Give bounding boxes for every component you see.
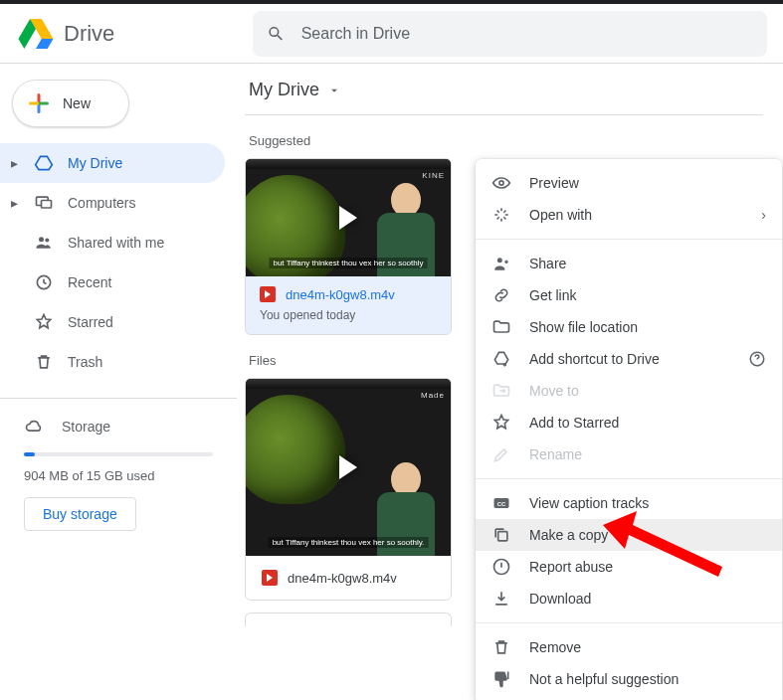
- star-icon: [32, 310, 56, 334]
- dropdown-caret-icon: [327, 84, 341, 97]
- buy-storage-button[interactable]: Buy storage: [24, 497, 136, 531]
- link-icon: [491, 285, 511, 305]
- ctx-show-location[interactable]: Show file location: [476, 311, 782, 343]
- sidebar-item-shared[interactable]: ▸ Shared with me: [0, 223, 225, 262]
- drive-shortcut-icon: [491, 349, 511, 369]
- sidebar-item-label: My Drive: [68, 155, 122, 171]
- breadcrumb-title: My Drive: [249, 80, 319, 100]
- new-button-label: New: [63, 95, 91, 111]
- storage-label: Storage: [62, 419, 110, 435]
- help-icon[interactable]: [748, 350, 766, 368]
- watermark: Made: [421, 391, 445, 400]
- app-header: Drive: [0, 4, 783, 64]
- pencil-icon: [491, 444, 511, 464]
- ctx-not-helpful[interactable]: Not a helpful suggestion: [476, 663, 782, 695]
- file-card-partial[interactable]: [245, 612, 452, 626]
- svg-rect-1: [42, 201, 52, 209]
- expander-icon[interactable]: ▸: [8, 195, 20, 211]
- sidebar: New ▸ My Drive ▸ Computers ▸: [0, 64, 237, 700]
- thumbs-down-icon: [491, 669, 511, 689]
- svg-point-3: [45, 239, 49, 243]
- alert-icon: [491, 557, 511, 577]
- ctx-add-starred[interactable]: Add to Starred: [476, 407, 782, 438]
- drive-logo-icon: [16, 14, 56, 54]
- product-name: Drive: [64, 21, 114, 47]
- cc-icon: CC: [491, 493, 511, 513]
- my-drive-icon: [32, 151, 56, 175]
- folder-icon: [491, 317, 511, 337]
- sidebar-item-storage[interactable]: Storage: [24, 411, 213, 442]
- sidebar-item-trash[interactable]: ▸ Trash: [0, 342, 225, 382]
- video-file-icon: [262, 570, 278, 586]
- ctx-open-with[interactable]: Open with ›: [476, 199, 782, 231]
- breadcrumb[interactable]: My Drive: [245, 64, 763, 115]
- storage-meter: [24, 452, 213, 456]
- clock-icon: [32, 270, 56, 294]
- video-subtitle: but Tiffany thinkest thou vex her so soo…: [269, 258, 427, 268]
- cloud-icon: [24, 417, 44, 437]
- ctx-rename: Rename: [476, 438, 782, 470]
- logo-area[interactable]: Drive: [16, 14, 253, 54]
- file-name: dne4m-k0gw8.m4v: [288, 571, 397, 586]
- sidebar-item-label: Computers: [68, 195, 135, 211]
- person-add-icon: [491, 254, 511, 273]
- svg-rect-10: [498, 532, 507, 541]
- play-icon: [339, 206, 357, 230]
- ctx-make-copy[interactable]: Make a copy: [476, 519, 782, 551]
- trash-icon: [491, 637, 511, 657]
- ctx-share[interactable]: Share: [476, 248, 782, 279]
- move-icon: [491, 381, 511, 401]
- chevron-right-icon: ›: [761, 207, 766, 223]
- people-icon: [32, 231, 56, 255]
- file-activity: You opened today: [260, 308, 437, 322]
- ctx-captions[interactable]: CC View caption tracks: [476, 487, 782, 519]
- ctx-report-abuse[interactable]: Report abuse: [476, 551, 782, 583]
- sidebar-item-label: Trash: [68, 354, 102, 370]
- sidebar-item-label: Starred: [68, 314, 113, 330]
- search-bar[interactable]: [253, 11, 767, 57]
- trash-icon: [32, 350, 56, 374]
- ctx-move-to: Move to: [476, 375, 782, 407]
- section-suggested-label: Suggested: [249, 133, 763, 148]
- search-icon: [267, 24, 286, 44]
- play-icon: [339, 455, 357, 479]
- file-name[interactable]: dne4m-k0gw8.m4v: [286, 287, 395, 302]
- ctx-get-link[interactable]: Get link: [476, 279, 782, 311]
- context-menu: Preview Open with › Share Get link Show …: [476, 159, 782, 700]
- download-icon: [491, 589, 511, 609]
- svg-point-2: [39, 237, 44, 242]
- search-input[interactable]: [299, 24, 753, 44]
- copy-icon: [491, 525, 511, 545]
- computers-icon: [32, 191, 56, 215]
- svg-point-5: [499, 181, 503, 185]
- sidebar-item-computers[interactable]: ▸ Computers: [0, 183, 225, 223]
- ctx-preview[interactable]: Preview: [476, 167, 782, 199]
- new-button[interactable]: New: [12, 80, 129, 127]
- suggested-file-card[interactable]: KINE but Tiffany thinkest thou vex her s…: [245, 158, 452, 335]
- eye-icon: [491, 173, 511, 193]
- ctx-remove[interactable]: Remove: [476, 631, 782, 663]
- ctx-download[interactable]: Download: [476, 583, 782, 614]
- ctx-add-shortcut[interactable]: Add shortcut to Drive: [476, 343, 782, 375]
- sidebar-item-recent[interactable]: ▸ Recent: [0, 262, 225, 302]
- video-file-icon: [260, 286, 276, 302]
- storage-usage: 904 MB of 15 GB used: [24, 468, 213, 483]
- video-subtitle: but Tiffany thinkest thou vex her so soo…: [269, 537, 429, 548]
- star-icon: [491, 413, 511, 433]
- plus-icon: [27, 91, 51, 115]
- expander-icon[interactable]: ▸: [8, 155, 20, 171]
- svg-point-6: [497, 258, 502, 262]
- video-thumbnail[interactable]: Made but Tiffany thinkest thou vex her s…: [246, 379, 451, 556]
- sidebar-item-label: Recent: [68, 274, 111, 290]
- sidebar-item-starred[interactable]: ▸ Starred: [0, 302, 225, 342]
- video-thumbnail[interactable]: KINE but Tiffany thinkest thou vex her s…: [246, 159, 451, 276]
- sidebar-item-my-drive[interactable]: ▸ My Drive: [0, 143, 225, 183]
- open-with-icon: [491, 205, 511, 225]
- file-card[interactable]: Made but Tiffany thinkest thou vex her s…: [245, 378, 452, 601]
- sidebar-item-label: Shared with me: [68, 235, 164, 251]
- svg-text:CC: CC: [497, 501, 506, 507]
